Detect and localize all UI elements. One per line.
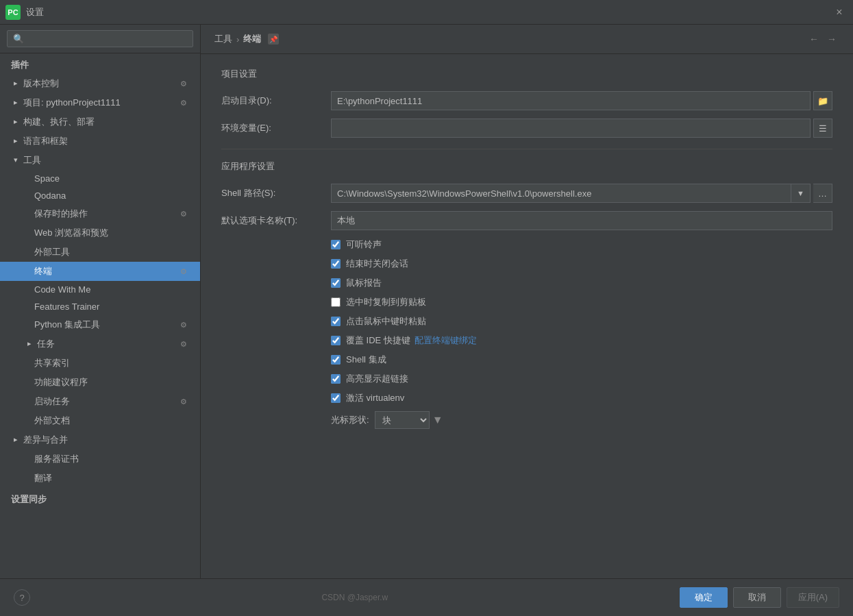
help-button[interactable]: ? (14, 589, 30, 606)
checkbox-row-mouseReport: 鼠标报告 (221, 277, 832, 289)
apply-button[interactable]: 应用(A) (787, 587, 839, 608)
sidebar-item-终端[interactable]: 终端⚙ (0, 262, 200, 281)
checkbox-pasteOnMiddle[interactable] (331, 317, 341, 326)
app-logo: PC (5, 5, 21, 20)
sidebar-item-web-浏览器和预览[interactable]: Web 浏览器和预览 (0, 223, 200, 243)
checkbox-activateVirtualenv[interactable] (331, 393, 341, 403)
shell-path-dropdown-button[interactable]: ▼ (791, 184, 811, 203)
sidebar-item-启动任务[interactable]: 启动任务⚙ (0, 392, 200, 411)
sidebar-item-label: Space (34, 173, 60, 184)
sidebar-item-features-trainer[interactable]: Features Trainer (0, 298, 200, 315)
sidebar-item-label: 保存时的操作 (34, 208, 88, 220)
shell-path-input[interactable] (331, 184, 791, 203)
env-var-edit-button[interactable]: ☰ (813, 119, 832, 138)
sidebar-item-保存时的操作[interactable]: 保存时的操作⚙ (0, 204, 200, 223)
checkbox-label-mouseReport: 鼠标报告 (346, 277, 382, 289)
sidebar-item-差异与合并[interactable]: ▸差异与合并 (0, 430, 200, 449)
sidebar-item-共享索引[interactable]: 共享索引 (0, 354, 200, 373)
sidebar-item-label: 服务器证书 (34, 453, 79, 465)
checkbox-label-shellIntegration: Shell 集成 (346, 354, 386, 366)
checkbox-overrideShortcuts[interactable] (331, 336, 341, 345)
breadcrumb-bar: 工具 › 终端 📌 ← → (201, 25, 853, 54)
nav-back-button[interactable]: ← (806, 32, 821, 47)
sidebar-section-header: 插件 (0, 53, 200, 74)
shell-path-label: Shell 路径(S): (221, 187, 331, 199)
sidebar-item-label: 工具 (23, 154, 41, 167)
checkbox-copyOnSelect[interactable] (331, 297, 341, 307)
sidebar-item-label: 差异与合并 (23, 434, 68, 446)
sidebar-item-python-集成工具[interactable]: Python 集成工具⚙ (0, 315, 200, 334)
configure-shortcuts-link[interactable]: 配置终端键绑定 (415, 334, 477, 347)
checkbox-row-activateVirtualenv: 激活 virtualenv (221, 392, 832, 404)
sidebar-item-外部工具[interactable]: 外部工具 (0, 243, 200, 262)
checkbox-row-shellIntegration: Shell 集成 (221, 354, 832, 366)
content-area: 工具 › 终端 📌 ← → 项目设置 启动目录(D): 📁 环境变量(E): (201, 25, 853, 578)
sidebar-item-外部文档[interactable]: 外部文档 (0, 411, 200, 430)
search-box (0, 25, 200, 53)
chevron-right-icon: ▸ (11, 79, 21, 88)
chevron-right-icon: ▸ (25, 339, 34, 349)
sidebar-item-qodana[interactable]: Qodana (0, 187, 200, 204)
checkbox-label-copyOnSelect: 选中时复制到剪贴板 (346, 296, 426, 308)
window-title: 设置 (26, 6, 831, 19)
checkbox-mouseReport[interactable] (331, 278, 341, 288)
sidebar: 插件▸版本控制⚙▸项目: pythonProject1111⚙▸构建、执行、部署… (0, 25, 201, 578)
start-dir-browse-button[interactable]: 📁 (813, 91, 832, 110)
checkbox-shellIntegration[interactable] (331, 355, 341, 365)
sidebar-item-label: 任务 (37, 338, 55, 350)
sidebar-item-settings-icon: ⚙ (178, 319, 189, 330)
sidebar-item-settings-icon: ⚙ (178, 208, 189, 219)
breadcrumb-current: 终端 (243, 33, 261, 45)
chevron-right-icon: ▸ (11, 136, 21, 146)
sidebar-item-code-with-me[interactable]: Code With Me (0, 281, 200, 298)
sidebar-item-版本控制[interactable]: ▸版本控制⚙ (0, 74, 200, 93)
start-dir-row: 启动目录(D): 📁 (221, 91, 832, 110)
sidebar-item-项目:-pythonproject1111[interactable]: ▸项目: pythonProject1111⚙ (0, 93, 200, 112)
cursor-select[interactable]: 块下划线竖线 (375, 411, 430, 429)
breadcrumb-nav: ← → (806, 32, 839, 47)
checkbox-highlightLinks[interactable] (331, 374, 341, 384)
start-dir-input[interactable] (331, 91, 811, 110)
title-bar: PC 设置 × (0, 0, 853, 25)
sidebar-item-label: Features Trainer (34, 301, 99, 312)
sidebar-item-服务器证书[interactable]: 服务器证书 (0, 449, 200, 469)
checkbox-row-copyOnSelect: 选中时复制到剪贴板 (221, 296, 832, 308)
search-input[interactable] (7, 30, 193, 47)
settings-divider (221, 149, 832, 149)
sidebar-item-settings-icon: ⚙ (178, 266, 189, 277)
main-container: 插件▸版本控制⚙▸项目: pythonProject1111⚙▸构建、执行、部署… (0, 25, 853, 578)
sidebar-items: 插件▸版本控制⚙▸项目: pythonProject1111⚙▸构建、执行、部署… (0, 53, 200, 508)
checkbox-audibleBell[interactable] (331, 240, 341, 249)
env-var-row: 环境变量(E): ☰ (221, 119, 832, 138)
sidebar-item-label: 语言和框架 (23, 135, 68, 147)
sidebar-item-space[interactable]: Space (0, 170, 200, 187)
shell-path-more-button[interactable]: … (813, 184, 832, 203)
sidebar-item-功能建议程序[interactable]: 功能建议程序 (0, 373, 200, 392)
default-tab-input[interactable] (331, 211, 832, 230)
checkbox-row-overrideShortcuts: 覆盖 IDE 快捷键配置终端键绑定 (221, 334, 832, 347)
sidebar-item-label: 外部工具 (34, 246, 70, 258)
sidebar-item-工具[interactable]: ▾工具 (0, 151, 200, 170)
app-settings-title: 应用程序设置 (221, 160, 832, 173)
close-button[interactable]: × (831, 4, 848, 21)
sidebar-item-翻译[interactable]: 翻译 (0, 469, 200, 488)
sidebar-item-label: 外部文档 (34, 415, 70, 427)
watermark: CSDN @Jasper.w (321, 593, 388, 602)
sidebar-item-label: 项目: pythonProject1111 (23, 97, 121, 109)
sidebar-item-语言和框架[interactable]: ▸语言和框架 (0, 132, 200, 151)
cursor-row: 光标形状: 块下划线竖线 ▼ (221, 411, 832, 429)
sidebar-item-构建、执行、部署[interactable]: ▸构建、执行、部署 (0, 112, 200, 132)
sidebar-item-label: 共享索引 (34, 357, 70, 369)
env-var-input[interactable] (331, 119, 811, 138)
env-var-control: ☰ (331, 119, 832, 138)
confirm-button[interactable]: 确定 (680, 587, 728, 608)
sidebar-item-任务[interactable]: ▸任务⚙ (0, 334, 200, 354)
sidebar-item-settings-icon: ⚙ (178, 338, 189, 349)
cancel-button[interactable]: 取消 (733, 587, 781, 608)
pin-button[interactable]: 📌 (268, 34, 279, 45)
checkbox-closeOnExit[interactable] (331, 259, 341, 269)
sidebar-item-label: 启动任务 (34, 395, 70, 408)
breadcrumb-separator: › (236, 34, 239, 45)
nav-forward-button[interactable]: → (824, 32, 839, 47)
sidebar-item-label: 功能建议程序 (34, 376, 88, 389)
